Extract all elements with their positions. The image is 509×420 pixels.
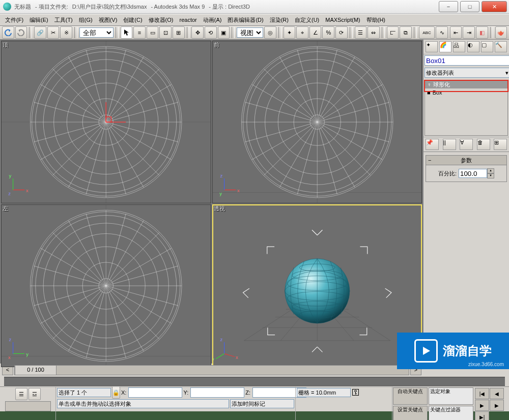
maximize-button[interactable]: □ [460,1,479,12]
timeline-track[interactable] [4,377,505,386]
viewport-left[interactable]: 左 yzx [1,204,211,367]
key-icon[interactable]: ⚿ [352,388,360,397]
align-button[interactable]: ⫍ [387,26,399,39]
timetag-field[interactable]: 添加时间标记 [230,399,294,408]
select-button[interactable] [121,26,133,39]
manip-button[interactable]: ✦ [284,26,296,39]
link-button[interactable]: 🔗 [34,26,46,39]
viewport-perspective[interactable]: 透视 [212,204,422,367]
abc-button[interactable]: ABC [419,26,435,39]
select-crossing-button[interactable]: ⊞ [173,26,185,39]
snap-button[interactable]: ⌖ [296,26,308,39]
params-rollout-header[interactable]: − 参数 [426,156,506,165]
tab-display-icon[interactable]: ▢ [481,41,493,52]
autokey-button[interactable]: 自动关键点 [393,387,428,405]
redo-button[interactable] [15,26,27,39]
tab-motion-icon[interactable]: ◐ [467,41,479,52]
select-region-rect[interactable]: ▭ [147,26,159,39]
cube-icon: ■ [427,89,431,96]
pin-stack-button[interactable]: 📌 [426,139,439,150]
make-unique-button[interactable]: ∀ [460,139,473,150]
modifier-stack[interactable]: ♀ 球形化 ■ Box [425,80,508,136]
scale-button[interactable]: ▣ [218,26,230,39]
tab-utilities-icon[interactable]: 🔨 [495,41,507,52]
object-name-input[interactable] [425,55,509,66]
goto-end-button[interactable]: ▶| [475,411,489,420]
percent-snap-button[interactable]: % [322,26,334,39]
ref-frame-dropdown[interactable]: 视图 [237,27,263,38]
remove-mod-button[interactable]: 🗑 [477,139,490,150]
menu-edit[interactable]: 编辑(E) [26,15,51,25]
play-button[interactable]: ▶ [475,400,489,411]
go-start-button[interactable]: ⇤ [450,26,462,39]
menu-reactor[interactable]: reactor [177,16,200,24]
percent-input[interactable] [459,169,487,178]
selobj-field[interactable]: 选定对象 [429,387,473,405]
go-end-button[interactable]: ⇥ [463,26,475,39]
time-slider-thumb[interactable]: 0 / 100 [15,365,56,375]
prev-frame-button[interactable]: ◀ [490,388,504,399]
script-mini-button[interactable]: ☲ [29,388,41,400]
coord-y-input[interactable] [190,387,244,398]
spin-down-icon[interactable]: ▼ [487,173,494,178]
stack-item-spherify[interactable]: ♀ 球形化 [425,80,507,88]
keyfilter-button[interactable]: 关键点过滤器 [429,406,473,420]
setkey-button[interactable]: 设置关键点 [393,406,428,420]
menu-modifier[interactable]: 修改器(O) [146,15,177,25]
minimize-button[interactable]: − [439,1,458,12]
unlink-button[interactable]: ✂ [47,26,60,39]
coord-x-input[interactable] [128,387,182,398]
curve-editor-button[interactable]: ∿ [436,26,448,39]
main-area: 顶 xyz 前 [0,40,509,363]
select-window-button[interactable]: ⊡ [159,26,172,39]
menu-group[interactable]: 组(G) [76,15,96,25]
menu-create[interactable]: 创建(C) [120,15,145,25]
modifier-list-label: 修改器列表 [426,69,454,77]
undo-button[interactable] [2,26,14,39]
menu-view[interactable]: 视图(V) [96,15,121,25]
named-sel-button[interactable]: ☰ [355,26,367,39]
menu-file[interactable]: 文件(F) [2,15,26,25]
eraser-button[interactable]: ◧ [476,26,488,39]
next-frame-button[interactable]: ▶ [490,400,504,411]
configure-sets-button[interactable]: ⊞ [494,139,507,150]
stack-item-box[interactable]: ■ Box [425,88,507,97]
viewport-front[interactable]: 前 xzy [212,41,422,203]
menu-help[interactable]: 帮助(H) [363,15,388,25]
watermark-brand: 溜溜自学 [443,343,492,359]
tab-hierarchy-icon[interactable]: 品 [453,41,465,52]
select-name-button[interactable]: ≡ [133,26,146,39]
bulb-icon: ♀ [427,81,431,87]
menu-maxscript[interactable]: MAXScript(M) [322,16,363,24]
time-slider-track[interactable]: 0 / 100 [14,365,409,375]
layers-button[interactable]: ⧉ [400,26,412,39]
lock-selection-button[interactable]: 🔒 [112,386,120,399]
angle-snap-button[interactable]: ∠ [309,26,322,39]
menu-render[interactable]: 渲染(R) [267,15,292,25]
percent-spinner[interactable]: ▲▼ [459,168,494,178]
lock-toggle[interactable] [5,401,51,411]
close-button[interactable]: ✕ [482,1,507,12]
modifier-list-dropdown[interactable]: 修改器列表▾ [425,68,509,78]
goto-start-button[interactable]: |◀ [475,388,489,399]
move-button[interactable]: ✥ [191,26,204,39]
viewport-top[interactable]: 顶 xyz [1,41,211,203]
render-button[interactable]: 🫖 [495,26,507,39]
bind-button[interactable]: ※ [60,26,72,39]
command-tabs: ✦ 🌈 品 ◐ ▢ 🔨 [423,40,509,54]
svg-line-104 [224,354,235,357]
spin-up-icon[interactable]: ▲ [487,168,494,173]
script-listener-button[interactable]: ☰ [15,388,27,400]
pivot-button[interactable]: ◎ [264,26,276,39]
menu-anim[interactable]: 动画(A) [200,15,225,25]
menu-tools[interactable]: 工具(T) [51,15,76,25]
rotate-button[interactable]: ⟲ [205,26,217,39]
show-end-result-button[interactable]: || [443,139,456,150]
menu-graph[interactable]: 图表编辑器(D) [224,15,266,25]
mirror-button[interactable]: ⇔ [367,26,380,39]
menu-custom[interactable]: 自定义(U) [292,15,322,25]
tab-create-icon[interactable]: ✦ [426,41,438,52]
spinner-snap-button[interactable]: ⟳ [335,26,348,39]
tab-modify-icon[interactable]: 🌈 [439,41,451,52]
selection-set-dropdown[interactable]: 全部 [79,27,114,38]
